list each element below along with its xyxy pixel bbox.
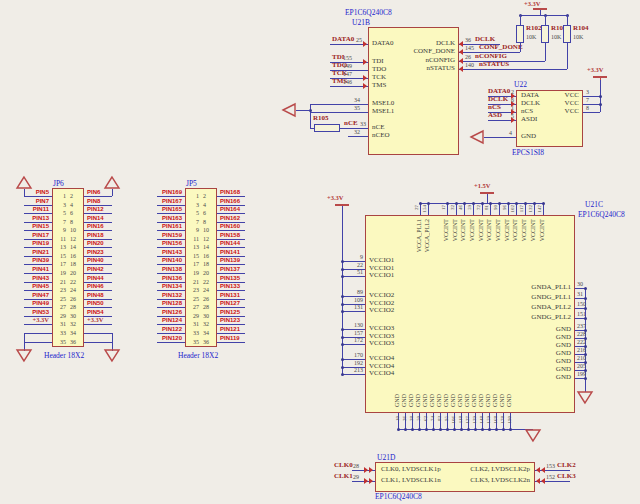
header-pin-number: 18 — [70, 261, 76, 267]
pin-number: 7 — [586, 97, 589, 103]
header-pin-number: 21 — [56, 279, 66, 285]
wire — [24, 247, 52, 248]
pin-direction-arrow — [459, 66, 463, 72]
header-net-label: PIN137 — [220, 266, 240, 272]
resistor-body — [541, 25, 549, 43]
header-net-label: PIN7 — [15, 198, 49, 204]
header-net-label: PIN46 — [87, 283, 104, 289]
pin-number: 22 — [345, 262, 363, 268]
header-net-label: PIN141 — [220, 249, 240, 255]
pin-number: 152 — [546, 474, 555, 480]
header-pin-number: 29 — [56, 313, 66, 319]
u22-pin-label: VCC — [559, 100, 579, 107]
header-pin-number: 3 — [56, 202, 66, 208]
wire — [157, 247, 185, 248]
header-net-label: PIN50 — [87, 300, 104, 306]
header-pin-number: 12 — [203, 236, 209, 242]
gnd-arrow-u21c-right — [577, 390, 593, 404]
pin-direction-arrow — [369, 478, 373, 484]
wire — [84, 247, 112, 248]
header-net-label: PIN168 — [220, 189, 240, 195]
pin-direction-arrow — [369, 467, 373, 473]
junction-dot — [599, 95, 602, 98]
pin-number: 145 — [465, 45, 474, 51]
header-net-label: PIN16 — [87, 223, 104, 229]
junction-dot — [341, 328, 344, 331]
wire — [484, 137, 516, 138]
jp5-designator: JP5 — [186, 180, 197, 188]
u21c-pin-label: GND — [523, 350, 571, 357]
header-pin-number: 20 — [203, 270, 209, 276]
u21c-pin-label: GND — [523, 374, 571, 381]
header-net-label: PIN120 — [148, 335, 182, 341]
header-net-label: PIN143 — [148, 249, 182, 255]
u21c-pin-label: GND — [450, 394, 456, 407]
header-pin-number: 19 — [56, 270, 66, 276]
junction-dot — [467, 428, 470, 431]
u21c-pin-label: GND — [422, 394, 428, 407]
u21d-pin-label: CLK3, LVDSCLK2n — [460, 477, 530, 484]
junction-dot — [533, 202, 536, 205]
header-pin-number: 22 — [203, 279, 209, 285]
header-pin-number: 31 — [56, 321, 66, 327]
wire — [342, 206, 343, 374]
junction-dot — [427, 202, 430, 205]
pin-number: 34 — [348, 97, 360, 103]
pin-number: 62 — [423, 416, 428, 421]
pin-direction-arrow — [363, 59, 367, 65]
pin-number: 51 — [345, 269, 363, 275]
u21b-pin-label: MSEL1 — [372, 108, 394, 115]
pin-number: 5 — [506, 113, 514, 119]
junction-dot — [488, 428, 491, 431]
pin-number: 150 — [577, 301, 586, 307]
wire — [24, 333, 52, 334]
u21c-pin-label: VCCIO3 — [369, 325, 394, 332]
u21c-part-label: EP1C6Q240C8 — [578, 211, 625, 219]
u21c-pin-label: VCCA_PLL1 — [416, 219, 422, 252]
header-net-label: PIN123 — [220, 317, 240, 323]
gnd-arrow-u21b — [282, 103, 298, 117]
net-label: nCS — [488, 104, 501, 111]
pin-number: 33 — [356, 121, 366, 127]
header-net-label: PIN135 — [220, 275, 240, 281]
wire — [157, 213, 185, 214]
pin-number: 17 — [441, 205, 446, 210]
junction-dot — [341, 260, 344, 263]
u21c-pin-label: VCCIO1 — [369, 257, 394, 264]
header-pin-number: 27 — [189, 304, 199, 310]
resistor-value: 10K — [551, 34, 561, 40]
u21b-pin-label: nCEO — [372, 132, 390, 139]
header-pin-number: 26 — [70, 296, 76, 302]
resistor-ref: R102 — [526, 25, 542, 32]
header-pin-number: 24 — [70, 287, 76, 293]
u21c-pin-label: VCCINT — [504, 219, 510, 241]
pin-number: 172 — [345, 337, 363, 343]
u21c-pin-label: VCCINT — [443, 219, 449, 241]
u21b-pin-label: TMS — [372, 82, 386, 89]
u21c-pin-label: GND — [436, 394, 442, 407]
net-label: ASD — [488, 112, 502, 119]
pin-number: 32 — [350, 129, 360, 135]
u21b-pin-label: nCONFIG — [403, 57, 455, 64]
junction-dot — [341, 343, 344, 346]
u21c-pin-label: VCCINT — [486, 219, 492, 241]
pullups-rail-label: +3.3V — [524, 1, 541, 8]
pin-number: 132 — [528, 205, 533, 213]
header-pin-number: 9 — [189, 227, 199, 233]
junction-dot — [341, 303, 344, 306]
u22-pin-label: DCLK — [521, 100, 540, 107]
wire — [157, 333, 185, 334]
header-net-label: PIN128 — [148, 300, 182, 306]
header-pin-number: 19 — [189, 270, 199, 276]
junction-dot — [509, 428, 512, 431]
wire — [567, 43, 568, 69]
u22-part-label: EPCS1SI8 — [512, 149, 544, 157]
header-net-label: PIN131 — [220, 292, 240, 298]
junction-dot — [498, 202, 501, 205]
u21c-pin-label: VCCINT — [452, 219, 458, 241]
header-pin-number: 32 — [203, 321, 209, 327]
u21c-pin-label: VCCIO4 — [369, 370, 394, 377]
u21c-pin-label: GNDA_PLL1 — [523, 284, 571, 291]
header-net-label: PIN40 — [87, 257, 104, 263]
header-pin-number: 30 — [203, 313, 209, 319]
